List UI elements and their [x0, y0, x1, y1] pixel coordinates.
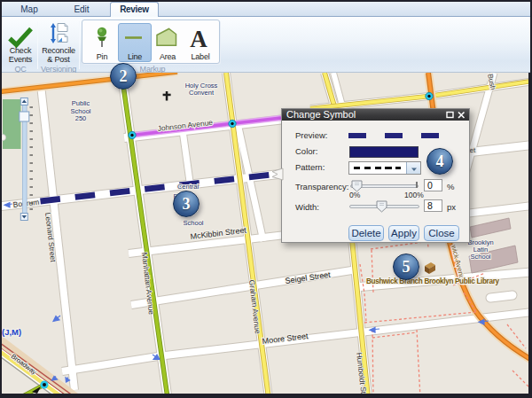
svg-text:A: A [190, 26, 207, 52]
svg-text:Convent: Convent [189, 89, 215, 97]
svg-text:School: School [184, 219, 204, 227]
svg-text:(J,M): (J,M) [2, 327, 21, 337]
svg-text:250: 250 [75, 114, 87, 122]
svg-text:Central: Central [177, 183, 200, 191]
svg-text:School: School [471, 253, 491, 261]
svg-text:Bushwick Branch Brooklyn Publi: Bushwick Branch Brooklyn Public Library [366, 277, 499, 285]
